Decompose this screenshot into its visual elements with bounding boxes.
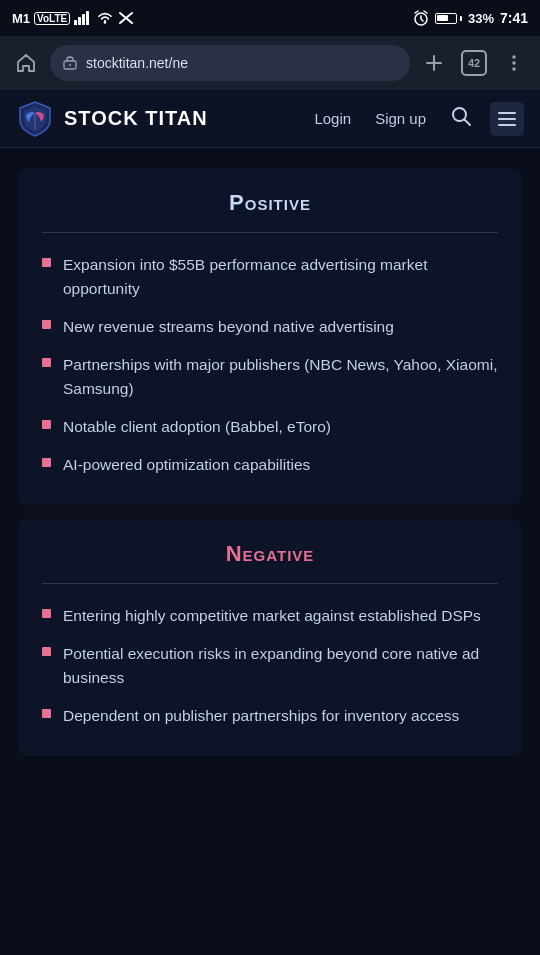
negative-divider	[42, 583, 498, 584]
positive-bullet-list: Expansion into $55B performance advertis…	[42, 253, 498, 477]
menu-line-2	[498, 118, 516, 120]
svg-rect-3	[86, 11, 89, 25]
bullet-text: Potential execution risks in expanding b…	[63, 642, 498, 690]
svg-rect-2	[82, 14, 85, 25]
unknown-icon	[118, 11, 134, 25]
bullet-text: Notable client adoption (Babbel, eToro)	[63, 415, 331, 439]
carrier-type: VoLTE	[34, 12, 70, 25]
bullet-icon	[42, 709, 51, 718]
svg-rect-0	[74, 20, 77, 25]
bullet-text: New revenue streams beyond native advert…	[63, 315, 394, 339]
list-item: AI-powered optimization capabilities	[42, 453, 498, 477]
hamburger-menu-icon[interactable]	[490, 102, 524, 136]
bullet-text: AI-powered optimization capabilities	[63, 453, 310, 477]
browser-home-button[interactable]	[10, 47, 42, 79]
url-text: stocktitan.net/ne	[86, 55, 398, 71]
positive-title: Positive	[42, 190, 498, 216]
signup-link[interactable]: Sign up	[369, 110, 432, 127]
carrier-name: M1	[12, 11, 30, 26]
negative-bullet-list: Entering highly competitive market again…	[42, 604, 498, 728]
bullet-icon	[42, 609, 51, 618]
menu-line-1	[498, 112, 516, 114]
search-icon[interactable]	[444, 105, 478, 132]
svg-point-4	[104, 21, 107, 24]
bullet-icon	[42, 358, 51, 367]
svg-point-9	[512, 61, 516, 65]
positive-divider	[42, 232, 498, 233]
bullet-icon	[42, 320, 51, 329]
carrier-info: M1 VoLTE	[12, 11, 134, 26]
browser-bar: stocktitan.net/ne 42	[0, 36, 540, 90]
svg-point-8	[512, 55, 516, 59]
negative-section: Negative Entering highly competitive mar…	[18, 519, 522, 756]
bullet-text: Entering highly competitive market again…	[63, 604, 481, 628]
bullet-icon	[42, 647, 51, 656]
login-link[interactable]: Login	[308, 110, 357, 127]
list-item: Notable client adoption (Babbel, eToro)	[42, 415, 498, 439]
browser-tabs-button[interactable]: 42	[458, 47, 490, 79]
list-item: Dependent on publisher partnerships for …	[42, 704, 498, 728]
list-item: Entering highly competitive market again…	[42, 604, 498, 628]
bullet-icon	[42, 258, 51, 267]
bullet-text: Partnerships with major publishers (NBC …	[63, 353, 498, 401]
battery-percent: 33%	[468, 11, 494, 26]
browser-new-tab-button[interactable]	[418, 47, 450, 79]
positive-section: Positive Expansion into $55B performance…	[18, 168, 522, 505]
bullet-text: Expansion into $55B performance advertis…	[63, 253, 498, 301]
security-icon	[62, 55, 78, 71]
battery-indicator	[435, 13, 462, 24]
tab-count-badge: 42	[461, 50, 487, 76]
bullet-icon	[42, 420, 51, 429]
nav-bar: STOCK TITAN Login Sign up	[0, 90, 540, 148]
time-display: 7:41	[500, 10, 528, 26]
list-item: Partnerships with major publishers (NBC …	[42, 353, 498, 401]
svg-point-10	[512, 67, 516, 71]
site-name: STOCK TITAN	[64, 107, 208, 130]
negative-title: Negative	[42, 541, 498, 567]
bullet-text: Dependent on publisher partnerships for …	[63, 704, 459, 728]
signal-icon	[74, 11, 92, 25]
main-content: Positive Expansion into $55B performance…	[0, 148, 540, 786]
logo-icon	[16, 100, 54, 138]
menu-line-3	[498, 124, 516, 126]
list-item: New revenue streams beyond native advert…	[42, 315, 498, 339]
status-right: 33% 7:41	[413, 10, 528, 26]
browser-url-bar[interactable]: stocktitan.net/ne	[50, 45, 410, 81]
list-item: Expansion into $55B performance advertis…	[42, 253, 498, 301]
bullet-icon	[42, 458, 51, 467]
svg-point-7	[69, 64, 71, 66]
site-logo[interactable]: STOCK TITAN	[16, 100, 208, 138]
svg-rect-1	[78, 17, 81, 25]
wifi-icon	[96, 11, 114, 25]
browser-menu-button[interactable]	[498, 47, 530, 79]
alarm-icon	[413, 10, 429, 26]
list-item: Potential execution risks in expanding b…	[42, 642, 498, 690]
status-bar: M1 VoLTE	[0, 0, 540, 36]
